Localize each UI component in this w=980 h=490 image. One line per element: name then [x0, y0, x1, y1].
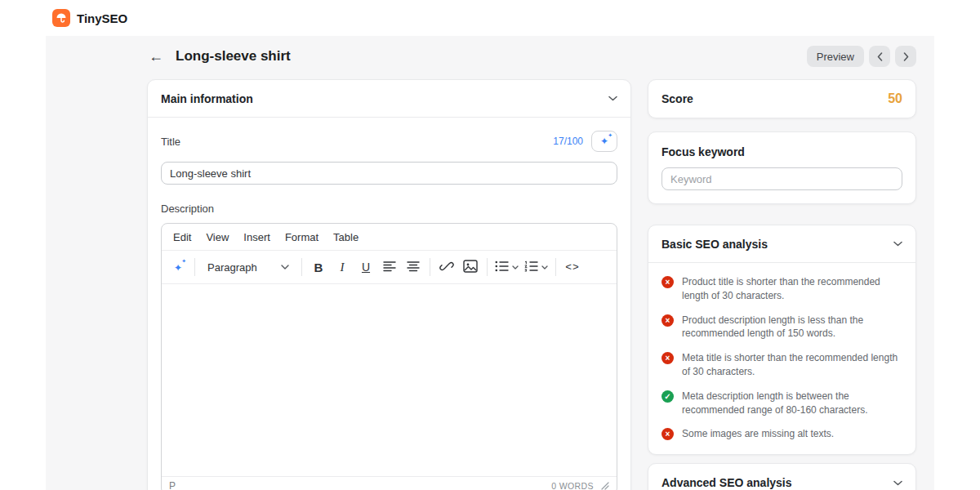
- menu-view[interactable]: View: [199, 229, 235, 246]
- page-header-actions: Preview: [807, 46, 916, 67]
- bullet-list-button[interactable]: [492, 256, 521, 278]
- chevron-right-icon: [903, 52, 909, 61]
- seo-analysis-item: ×Product description length is less than…: [662, 314, 902, 341]
- preview-button[interactable]: Preview: [807, 46, 864, 67]
- numbered-list-button[interactable]: [522, 256, 550, 278]
- title-char-counter: 17/100: [553, 136, 583, 147]
- image-icon: [463, 260, 478, 275]
- basic-seo-card: Basic SEO analysis ×Product title is sho…: [648, 225, 916, 455]
- error-icon: ×: [662, 314, 674, 327]
- sparkle-icon: ✦✦: [600, 136, 608, 146]
- seo-analysis-item: ×Some images are missing alt texts.: [662, 427, 902, 441]
- advanced-seo-header[interactable]: Advanced SEO analysis: [648, 464, 915, 490]
- menu-table[interactable]: Table: [327, 229, 365, 246]
- main-information-header[interactable]: Main information: [148, 80, 630, 118]
- italic-icon: I: [341, 261, 345, 274]
- seo-analysis-text: Some images are missing alt texts.: [682, 427, 834, 441]
- brand-name: TinySEO: [77, 11, 127, 25]
- link-icon: [439, 259, 454, 276]
- bold-icon: B: [314, 261, 323, 274]
- editor-menubar: Edit View Insert Format Table: [162, 224, 617, 250]
- focus-keyword-label: Focus keyword: [662, 145, 902, 158]
- title-field-meta: 17/100 ✦✦: [553, 131, 617, 152]
- italic-button[interactable]: I: [331, 256, 354, 278]
- align-left-icon: [383, 261, 396, 274]
- sparkle-icon: ✦✦: [174, 261, 182, 273]
- seo-analysis-text: Meta description length is between the r…: [682, 390, 902, 417]
- page-header: ← Long-sleeve shirt Preview: [147, 43, 916, 69]
- page-canvas: ← Long-sleeve shirt Preview: [46, 36, 934, 490]
- seo-analysis-item: ✓Meta description length is between the …: [662, 390, 902, 417]
- insert-link-button[interactable]: [435, 256, 458, 278]
- error-icon: ×: [662, 352, 674, 364]
- score-value: 50: [888, 91, 902, 106]
- resize-grip-icon[interactable]: [601, 482, 609, 490]
- paragraph-style-value: Paragraph: [207, 261, 257, 274]
- toolbar-separator: [487, 258, 488, 276]
- page-title: Long-sleeve shirt: [176, 48, 291, 65]
- menu-format[interactable]: Format: [278, 229, 325, 246]
- numbered-list-icon: [524, 261, 538, 274]
- element-path-button[interactable]: P: [169, 480, 176, 490]
- title-field-row: Title 17/100 ✦✦: [161, 131, 617, 152]
- main-information-body: Title 17/100 ✦✦ Description Edit View: [148, 118, 630, 490]
- chevron-down-icon: [281, 265, 289, 270]
- toolbar-separator: [555, 258, 556, 276]
- back-button[interactable]: ←: [147, 47, 165, 65]
- bold-button[interactable]: B: [307, 256, 330, 278]
- basic-seo-header[interactable]: Basic SEO analysis: [648, 225, 915, 263]
- seo-analysis-text: Meta title is shorter than the recommend…: [682, 351, 902, 379]
- toolbar-separator: [430, 258, 430, 276]
- bullet-list-icon: [495, 261, 509, 274]
- score-label: Score: [662, 92, 693, 105]
- focus-keyword-input[interactable]: [662, 167, 902, 190]
- menu-edit[interactable]: Edit: [167, 229, 198, 246]
- brand-logo-icon: [52, 9, 70, 27]
- basic-seo-list: ×Product title is shorter than the recom…: [648, 263, 915, 454]
- title-label: Title: [161, 136, 180, 148]
- source-code-button[interactable]: <>: [561, 256, 584, 278]
- toolbar-separator: [301, 258, 302, 276]
- word-count-button[interactable]: 0 WORDS: [551, 481, 594, 490]
- main-information-card: Main information Title 17/100 ✦✦ Descr: [147, 79, 631, 490]
- statusbar-right: 0 WORDS: [551, 481, 609, 490]
- ai-generate-title-button[interactable]: ✦✦: [591, 131, 617, 152]
- editor-statusbar: P 0 WORDS: [162, 476, 617, 490]
- editor-toolbar: ✦✦ Paragraph B I U: [162, 250, 617, 284]
- chevron-down-icon: [541, 265, 548, 270]
- description-label: Description: [161, 203, 617, 215]
- editor-content-area[interactable]: [162, 284, 617, 476]
- prev-button[interactable]: [869, 46, 890, 67]
- advanced-seo-title: Advanced SEO analysis: [662, 476, 792, 489]
- align-center-icon: [407, 261, 420, 274]
- basic-seo-title: Basic SEO analysis: [662, 238, 768, 251]
- underline-button[interactable]: U: [354, 256, 377, 278]
- seo-analysis-item: ×Product title is shorter than the recom…: [662, 275, 902, 303]
- insert-image-button[interactable]: [459, 256, 482, 278]
- advanced-seo-card: Advanced SEO analysis: [648, 463, 916, 490]
- score-card: Score 50: [648, 79, 916, 118]
- chevron-down-icon: [893, 480, 902, 486]
- description-editor: Edit View Insert Format Table ✦✦ Paragra…: [161, 223, 617, 490]
- menu-insert[interactable]: Insert: [237, 229, 277, 246]
- chevron-down-icon: [893, 241, 902, 247]
- title-input[interactable]: [161, 162, 617, 185]
- page-header-left: ← Long-sleeve shirt: [147, 47, 291, 65]
- error-icon: ×: [662, 428, 674, 440]
- align-center-button[interactable]: [402, 256, 425, 278]
- underline-icon: U: [362, 261, 370, 274]
- error-icon: ×: [662, 276, 674, 288]
- seo-analysis-text: Product title is shorter than the recomm…: [682, 275, 902, 303]
- toolbar-separator: [194, 258, 195, 276]
- main-information-title: Main information: [161, 92, 253, 105]
- align-left-button[interactable]: [378, 256, 401, 278]
- focus-keyword-card: Focus keyword: [648, 131, 916, 204]
- next-button[interactable]: [895, 46, 916, 67]
- ai-assistant-button[interactable]: ✦✦: [167, 256, 189, 278]
- chevron-down-icon: [512, 265, 519, 270]
- chevron-left-icon: [877, 52, 883, 61]
- chevron-down-icon: [608, 96, 617, 101]
- success-icon: ✓: [662, 390, 674, 403]
- paragraph-style-dropdown[interactable]: Paragraph: [200, 256, 296, 278]
- code-icon: <>: [565, 261, 580, 274]
